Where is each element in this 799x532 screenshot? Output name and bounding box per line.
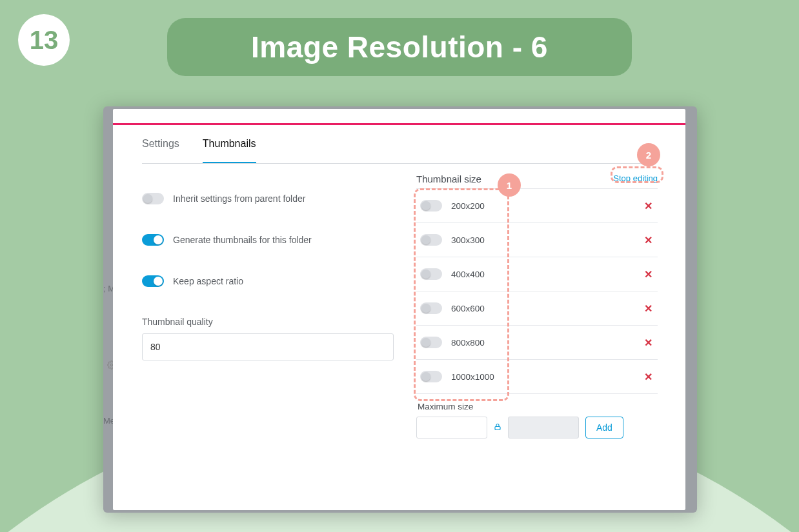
delete-size-button[interactable]: ✕	[640, 371, 656, 383]
aspect-setting-row: Keep aspect ratio	[142, 275, 394, 287]
annotation-highlight-2	[611, 166, 663, 183]
page-title: Image Resolution - 6	[167, 18, 632, 76]
maximum-size-label: Maximum size	[418, 402, 658, 411]
delete-size-button[interactable]: ✕	[640, 200, 656, 212]
width-input[interactable]	[416, 417, 487, 438]
generate-setting-row: Generate thumbnails for this folder	[142, 234, 394, 246]
background-accent-line	[113, 123, 685, 125]
tab-settings[interactable]: Settings	[142, 138, 179, 163]
generate-label: Generate thumbnails for this folder	[173, 235, 312, 245]
settings-modal: Settings Thumbnails Inherit settings fro…	[113, 109, 685, 510]
annotation-badge-1: 1	[498, 173, 521, 197]
add-size-row: Add	[416, 417, 658, 438]
svg-rect-1	[495, 426, 500, 429]
generate-toggle[interactable]	[142, 234, 164, 246]
tab-thumbnails[interactable]: Thumbnails	[203, 138, 256, 163]
quality-input[interactable]	[142, 333, 394, 360]
left-column: Inherit settings from parent folder Gene…	[142, 193, 394, 360]
inherit-setting-row: Inherit settings from parent folder	[142, 193, 394, 204]
annotation-highlight-1	[414, 188, 509, 401]
browser-frame: ; M Me Settings Thumbnails Inherit setti…	[103, 106, 697, 513]
step-number-badge: 13	[18, 14, 70, 66]
delete-size-button[interactable]: ✕	[640, 268, 656, 281]
inherit-toggle[interactable]	[142, 193, 164, 204]
annotation-badge-2: 2	[637, 143, 660, 166]
height-input[interactable]	[508, 417, 579, 438]
delete-size-button[interactable]: ✕	[640, 337, 656, 349]
add-button[interactable]: Add	[585, 417, 623, 438]
lock-icon[interactable]	[494, 422, 501, 433]
inherit-label: Inherit settings from parent folder	[173, 193, 305, 204]
tabs: Settings Thumbnails	[142, 138, 656, 164]
delete-size-button[interactable]: ✕	[640, 234, 656, 246]
quality-label: Thumbnail quality	[142, 317, 394, 327]
aspect-label: Keep aspect ratio	[173, 276, 243, 286]
delete-size-button[interactable]: ✕	[640, 302, 656, 315]
aspect-toggle[interactable]	[142, 275, 164, 287]
